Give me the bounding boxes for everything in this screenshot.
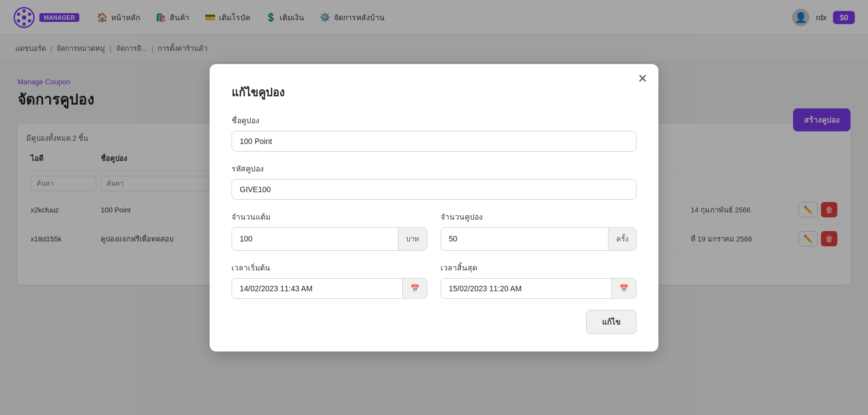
form-row-dates: เวลาเริ่มต้น 📅 เวลาสิ้นสุด 📅 — [232, 262, 636, 299]
start-datetime-input[interactable] — [232, 279, 402, 298]
form-group-coupon-name: ชื่อคูปอง — [232, 114, 636, 152]
start-label: เวลาเริ่มต้น — [232, 262, 427, 274]
qty-label: จำนวนคูปอง — [441, 211, 636, 223]
qty-input[interactable] — [441, 229, 608, 249]
points-label: จำนวนแต้ม — [232, 211, 427, 223]
start-calendar-icon: 📅 — [402, 279, 427, 298]
end-calendar-icon: 📅 — [611, 279, 636, 298]
coupon-code-input[interactable] — [232, 179, 636, 200]
modal-title: แก้ไขคูปอง — [232, 84, 636, 101]
coupon-name-label: ชื่อคูปอง — [232, 114, 636, 126]
points-input-group: บาท — [232, 227, 427, 251]
qty-suffix: ครั้ง — [608, 228, 636, 250]
qty-input-group: ครั้ง — [441, 227, 636, 251]
modal-overlay: แก้ไขคูปอง ✕ ชื่อคูปอง รหัสคูปอง จำนวนแต… — [0, 0, 868, 415]
form-group-qty: จำนวนคูปอง ครั้ง — [441, 211, 636, 251]
end-label: เวลาสิ้นสุด — [441, 262, 636, 274]
coupon-code-label: รหัสคูปอง — [232, 163, 636, 175]
end-datetime-input[interactable] — [441, 279, 611, 298]
edit-coupon-modal: แก้ไขคูปอง ✕ ชื่อคูปอง รหัสคูปอง จำนวนแต… — [210, 64, 658, 351]
modal-close-button[interactable]: ✕ — [638, 73, 647, 85]
points-input[interactable] — [232, 229, 398, 249]
form-group-coupon-code: รหัสคูปอง — [232, 163, 636, 200]
form-row-points-qty: จำนวนแต้ม บาท จำนวนคูปอง ครั้ง — [232, 211, 636, 251]
submit-button[interactable]: แก้ไข — [586, 310, 636, 334]
form-group-end: เวลาสิ้นสุด 📅 — [441, 262, 636, 299]
modal-footer: แก้ไข — [232, 310, 636, 334]
start-input-group: 📅 — [232, 278, 427, 299]
end-input-group: 📅 — [441, 278, 636, 299]
form-group-points: จำนวนแต้ม บาท — [232, 211, 427, 251]
points-suffix: บาท — [398, 228, 427, 250]
form-group-start: เวลาเริ่มต้น 📅 — [232, 262, 427, 299]
coupon-name-input[interactable] — [232, 131, 636, 152]
